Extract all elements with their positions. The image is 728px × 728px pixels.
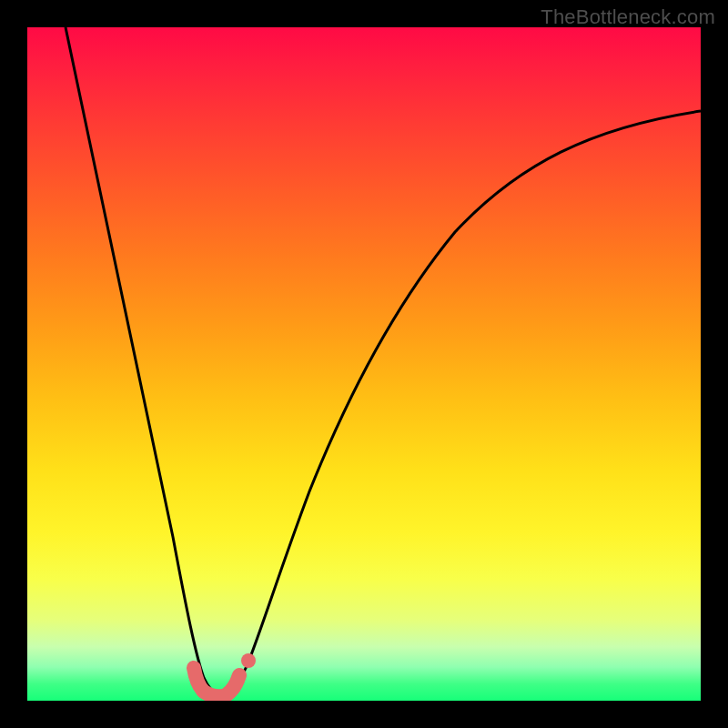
curves-layer (27, 27, 701, 701)
left-curve (66, 27, 222, 697)
pink-marker-dot (241, 653, 256, 668)
right-curve (222, 111, 701, 697)
pink-marker-path (194, 668, 239, 696)
chart-frame: TheBottleneck.com (0, 0, 728, 728)
plot-area (27, 27, 701, 701)
watermark-text: TheBottleneck.com (541, 5, 715, 29)
